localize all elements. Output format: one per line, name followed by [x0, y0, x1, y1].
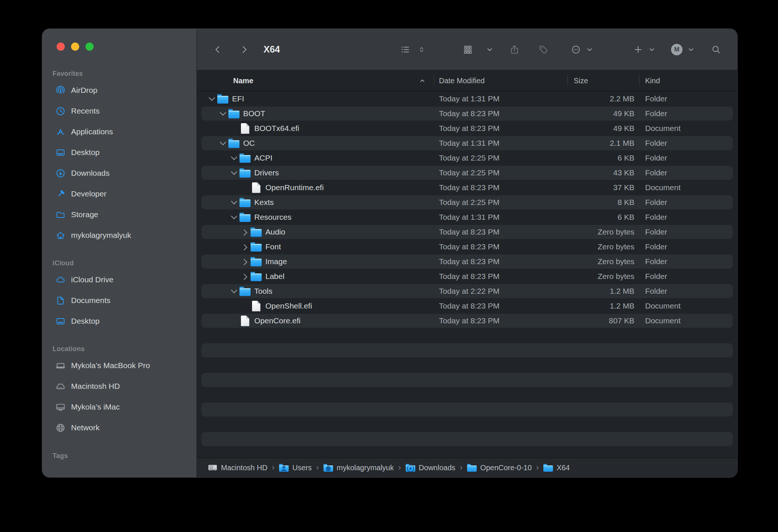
sidebar-item-mykola-s-imac[interactable]: Mykola’s iMac [42, 397, 197, 417]
column-divider[interactable] [639, 75, 640, 86]
file-name: Kexts [254, 198, 274, 207]
name-cell: OpenCore.efi [197, 316, 439, 326]
sidebar-item-desktop[interactable]: Desktop [42, 142, 197, 163]
sidebar-item-recents[interactable]: Recents [42, 101, 197, 121]
path-item-macintosh-hd[interactable]: Macintosh HD [208, 463, 268, 472]
view-sort-toggle-icon[interactable] [417, 43, 426, 56]
tag-icon[interactable] [537, 43, 550, 56]
file-row-audio[interactable]: Audio Today at 8:23 PM Zero bytes Folder [197, 225, 737, 239]
sidebar-item-developer[interactable]: Developer [42, 183, 197, 204]
list-view-icon[interactable] [399, 43, 412, 56]
sidebar-item-desktop[interactable]: Desktop [42, 311, 197, 331]
disclosure-collapsed-icon[interactable] [241, 259, 247, 265]
disclosure-expanded-icon[interactable] [231, 154, 237, 160]
sidebar-item-mykola-s-macbook-pro[interactable]: Mykola’s MacBook Pro [42, 355, 197, 376]
folder-icon [251, 242, 262, 252]
folder-icon [228, 109, 239, 118]
file-row-tools[interactable]: Tools Today at 2:22 PM 1.2 MB Folder [197, 284, 737, 299]
file-row-efi[interactable]: EFI Today at 1:31 PM 2.2 MB Folder [197, 91, 737, 106]
file-row-acpi[interactable]: ACPI Today at 2:25 PM 6 KB Folder [197, 151, 737, 165]
sidebar-item-airdrop[interactable]: AirDrop [42, 80, 197, 101]
disclosure-expanded-icon[interactable] [231, 287, 237, 293]
disclosure-expanded-icon[interactable] [220, 110, 226, 116]
share-icon[interactable] [508, 43, 521, 56]
window-title: X64 [264, 29, 280, 70]
file-name: Drivers [254, 168, 279, 177]
name-cell: OpenShell.efi [197, 301, 439, 312]
path-item-label: X64 [557, 464, 570, 472]
folder-icon [217, 94, 228, 104]
more-actions-chevron-icon[interactable] [585, 43, 594, 56]
group-by-chevron-icon[interactable] [485, 43, 494, 56]
disclosure-expanded-icon[interactable] [220, 139, 226, 145]
file-row-oc[interactable]: OC Today at 1:31 PM 2.1 MB Folder [197, 136, 737, 151]
forward-button[interactable] [238, 43, 251, 56]
file-row-opencore-efi[interactable]: OpenCore.efi Today at 8:23 PM 807 KB Doc… [197, 313, 737, 328]
file-row-font[interactable]: Font Today at 8:23 PM Zero bytes Folder [197, 239, 737, 254]
date-modified-value: Today at 2:25 PM [439, 168, 567, 177]
column-header-date[interactable]: Date Modified [439, 70, 484, 91]
group-by-icon[interactable] [461, 43, 474, 56]
file-row-kexts[interactable]: Kexts Today at 2:25 PM 8 KB Folder [197, 195, 737, 210]
kind-value: Document [645, 316, 681, 325]
size-value: 8 KB [567, 198, 634, 207]
path-item-downloads[interactable]: Downloads [405, 463, 455, 472]
file-row-image[interactable]: Image Today at 8:23 PM Zero bytes Folder [197, 254, 737, 269]
file-row-label[interactable]: Label Today at 8:23 PM Zero bytes Folder [197, 269, 737, 284]
empty-row [197, 417, 737, 432]
sidebar-item-mykolagrymalyuk[interactable]: mykolagrymalyuk [42, 225, 197, 246]
file-row-drivers[interactable]: Drivers Today at 2:25 PM 43 KB Folder [197, 165, 737, 180]
file-row-openshell-efi[interactable]: OpenShell.efi Today at 8:23 PM 1.2 MB Do… [197, 299, 737, 313]
path-item-mykolagrymalyuk[interactable]: mykolagrymalyuk [323, 463, 394, 472]
sidebar-item-icloud-drive[interactable]: iCloud Drive [42, 269, 197, 290]
sidebar-item-documents[interactable]: Documents [42, 290, 197, 311]
disclosure-collapsed-icon[interactable] [241, 274, 247, 280]
sidebar-item-macintosh-hd[interactable]: Macintosh HD [42, 376, 197, 397]
new-item-chevron-icon[interactable] [647, 43, 657, 56]
disclosure-expanded-icon[interactable] [209, 95, 215, 101]
sidebar-item-storage[interactable]: Storage [42, 204, 197, 225]
folder-icon [239, 286, 251, 296]
size-value: 49 KB [567, 124, 634, 133]
file-name: Audio [265, 228, 285, 236]
new-item-icon[interactable] [631, 43, 645, 56]
kind-value: Folder [645, 242, 667, 251]
path-item-x64[interactable]: X64 [543, 463, 570, 472]
finder-window: FavoritesAirDropRecentsApplicationsDeskt… [42, 29, 737, 477]
column-header-kind[interactable]: Kind [645, 70, 660, 91]
sidebar-item-label: Developer [71, 189, 107, 198]
file-row-bootx64-efi[interactable]: BOOTx64.efi Today at 8:23 PM 49 KB Docum… [197, 121, 737, 136]
clock-icon [55, 105, 66, 117]
disclosure-collapsed-icon[interactable] [241, 229, 247, 236]
sidebar-item-downloads[interactable]: Downloads [42, 163, 197, 183]
sidebar-item-label: mykolagrymalyuk [71, 231, 131, 240]
folder-icon [239, 212, 251, 222]
disclosure-expanded-icon[interactable] [231, 213, 237, 219]
folder-icon [239, 168, 251, 178]
search-icon[interactable] [710, 43, 723, 56]
name-cell: BOOTx64.efi [197, 123, 439, 134]
file-name: Label [265, 272, 284, 281]
name-cell: EFI [197, 94, 439, 104]
disclosure-expanded-icon[interactable] [231, 169, 237, 175]
file-row-boot[interactable]: BOOT Today at 8:23 PM 49 KB Folder [197, 106, 737, 121]
column-header-size[interactable]: Size [574, 70, 588, 91]
more-actions-icon[interactable] [569, 43, 583, 56]
kind-value: Folder [645, 94, 667, 103]
column-divider[interactable] [567, 75, 568, 86]
sidebar-item-network[interactable]: Network [42, 417, 197, 438]
path-item-label: Users [292, 464, 312, 472]
back-button[interactable] [211, 43, 224, 56]
disclosure-collapsed-icon[interactable] [241, 244, 247, 250]
path-item-users[interactable]: Users [279, 463, 312, 472]
file-row-openruntime-efi[interactable]: OpenRuntime.efi Today at 8:23 PM 37 KB D… [197, 180, 737, 195]
file-row-resources[interactable]: Resources Today at 1:31 PM 6 KB Folder [197, 210, 737, 225]
account-chevron-icon[interactable] [686, 43, 696, 56]
path-item-opencore-0-10[interactable]: OpenCore-0-10 [467, 463, 532, 472]
column-divider[interactable] [434, 75, 434, 86]
disclosure-expanded-icon[interactable] [231, 198, 237, 205]
column-header-name[interactable]: Name [233, 70, 253, 91]
document-page-icon [55, 295, 66, 306]
account-avatar[interactable]: M [671, 44, 683, 55]
sidebar-item-applications[interactable]: Applications [42, 121, 197, 142]
